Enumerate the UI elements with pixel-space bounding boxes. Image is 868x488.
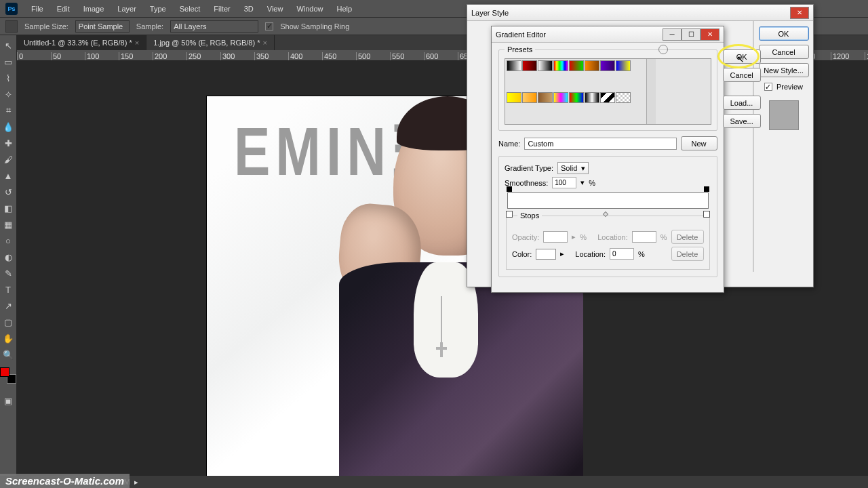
new-style-button[interactable]: New Style... xyxy=(759,63,809,77)
opacity-label: Opacity: xyxy=(512,233,539,241)
menu-type[interactable]: Type xyxy=(143,2,173,16)
preset-swatch[interactable] xyxy=(538,92,553,103)
zoom-tool[interactable]: 🔍 xyxy=(0,347,16,362)
color-picker[interactable] xyxy=(0,367,16,384)
opacity-stop[interactable] xyxy=(704,186,709,192)
lasso-tool[interactable]: ⌇ xyxy=(0,70,16,85)
menu-view[interactable]: View xyxy=(260,2,290,16)
cancel-button[interactable]: Cancel xyxy=(759,45,809,59)
menu-edit[interactable]: Edit xyxy=(50,2,77,16)
chevron-down-icon: ▾ xyxy=(581,164,585,173)
menu-window[interactable]: Window xyxy=(290,2,330,16)
close-icon[interactable]: × xyxy=(262,39,267,47)
type-tool[interactable]: T xyxy=(0,282,16,297)
preset-swatch[interactable] xyxy=(522,92,537,103)
preset-scrollbar[interactable] xyxy=(646,59,656,124)
toolbox: ↖ ▭ ⌇ ✧ ⌗ 💧 ✚ 🖌 ▲ ↺ ◧ ▦ ○ ◐ ✎ T ↗ ▢ ✋ 🔍 … xyxy=(0,35,17,488)
dialog-titlebar[interactable]: Gradient Editor ─ ☐ ✕ xyxy=(492,26,724,43)
name-input[interactable] xyxy=(524,138,676,150)
sample-label: Sample: xyxy=(136,22,163,30)
load-button[interactable]: Load... xyxy=(723,96,761,110)
quickmask-toggle[interactable]: ▣ xyxy=(0,393,16,408)
preview-checkbox[interactable]: ✓ xyxy=(764,83,772,91)
stamp-tool[interactable]: ▲ xyxy=(0,168,16,183)
menu-image[interactable]: Image xyxy=(77,2,111,16)
preset-swatch[interactable] xyxy=(600,60,615,71)
location-input[interactable] xyxy=(610,248,634,260)
close-icon[interactable]: × xyxy=(135,39,139,47)
save-button[interactable]: Save... xyxy=(723,114,761,128)
marquee-tool[interactable]: ▭ xyxy=(0,54,16,69)
menu-file[interactable]: File xyxy=(24,2,50,16)
crop-tool[interactable]: ⌗ xyxy=(0,103,16,118)
chevron-right-icon[interactable]: ▸ xyxy=(560,249,564,258)
document-tab[interactable]: Untitled-1 @ 33.3% (E, RGB/8) *× xyxy=(17,35,146,50)
smoothness-input[interactable] xyxy=(552,177,576,188)
preset-swatch[interactable] xyxy=(616,92,631,103)
location-label: Location: xyxy=(575,250,606,258)
eyedropper-tool[interactable]: 💧 xyxy=(0,119,16,134)
move-tool[interactable]: ↖ xyxy=(0,38,16,53)
path-tool[interactable]: ↗ xyxy=(0,298,16,313)
hand-tool[interactable]: ✋ xyxy=(0,331,16,346)
menu-select[interactable]: Select xyxy=(173,2,208,16)
gear-icon[interactable] xyxy=(658,45,668,54)
presets-box xyxy=(505,58,711,125)
chevron-down-icon[interactable]: ▾ xyxy=(580,178,585,187)
blur-tool[interactable]: ○ xyxy=(0,233,16,248)
color-label: Color: xyxy=(512,250,532,258)
menu-filter[interactable]: Filter xyxy=(207,2,237,16)
gradient-bar[interactable] xyxy=(507,192,709,209)
preset-swatch[interactable] xyxy=(507,60,521,71)
dialog-titlebar[interactable]: Layer Style ✕ xyxy=(467,5,813,21)
pen-tool[interactable]: ✎ xyxy=(0,266,16,281)
shape-tool[interactable]: ▢ xyxy=(0,314,16,329)
document-tab[interactable]: 1.jpg @ 50% (E, RGB, RGB/8) *× xyxy=(146,35,275,50)
type-select[interactable]: Solid▾ xyxy=(557,162,589,174)
preset-swatch[interactable] xyxy=(585,60,599,71)
preview-label: Preview xyxy=(776,83,803,91)
type-label: Gradient Type: xyxy=(505,164,553,172)
preset-swatch[interactable] xyxy=(507,92,521,103)
wand-tool[interactable]: ✧ xyxy=(0,87,16,102)
heal-tool[interactable]: ✚ xyxy=(0,136,16,150)
color-stop[interactable] xyxy=(703,211,710,218)
minimize-button[interactable]: ─ xyxy=(663,28,682,41)
preset-swatch[interactable] xyxy=(538,60,553,71)
dodge-tool[interactable]: ◐ xyxy=(0,249,16,264)
stops-label: Stops xyxy=(517,211,542,220)
status-bar: 33.33% | 1/22.3M ▸ xyxy=(0,476,868,488)
preset-swatch[interactable] xyxy=(569,92,584,103)
new-button[interactable]: New xyxy=(681,136,717,150)
preset-swatch[interactable] xyxy=(522,60,537,71)
maximize-button[interactable]: ☐ xyxy=(682,28,701,41)
menu-layer[interactable]: Layer xyxy=(111,2,143,16)
cursor-icon: ↖ xyxy=(736,54,745,64)
ok-button[interactable]: OK xyxy=(759,26,809,41)
sampling-ring-checkbox[interactable]: ✓ xyxy=(265,22,273,30)
color-stop[interactable] xyxy=(506,211,513,218)
preset-swatch[interactable] xyxy=(553,60,568,71)
cancel-button[interactable]: Cancel xyxy=(723,68,761,82)
preset-swatch[interactable] xyxy=(616,60,631,71)
menu-3d[interactable]: 3D xyxy=(237,2,260,16)
preset-swatch[interactable] xyxy=(600,92,615,103)
opacity-stop[interactable] xyxy=(507,186,512,192)
eraser-tool[interactable]: ◧ xyxy=(0,201,16,216)
sample-size-select[interactable]: Point Sample xyxy=(75,20,130,33)
chevron-right-icon[interactable]: ▸ xyxy=(134,478,138,487)
preset-swatch[interactable] xyxy=(585,92,599,103)
history-brush-tool[interactable]: ↺ xyxy=(0,184,16,199)
delete-button: Delete xyxy=(671,247,704,261)
color-swatch[interactable] xyxy=(536,249,556,260)
close-button[interactable]: ✕ xyxy=(790,7,809,19)
menu-help[interactable]: Help xyxy=(330,2,359,16)
preset-swatch[interactable] xyxy=(569,60,584,71)
close-button[interactable]: ✕ xyxy=(701,28,719,41)
gradient-tool[interactable]: ▦ xyxy=(0,217,16,232)
foreground-color[interactable] xyxy=(0,367,9,377)
brush-tool[interactable]: 🖌 xyxy=(0,152,16,167)
presets-label: Presets xyxy=(505,45,535,54)
sample-select[interactable]: All Layers xyxy=(170,20,258,33)
preset-swatch[interactable] xyxy=(553,92,568,103)
